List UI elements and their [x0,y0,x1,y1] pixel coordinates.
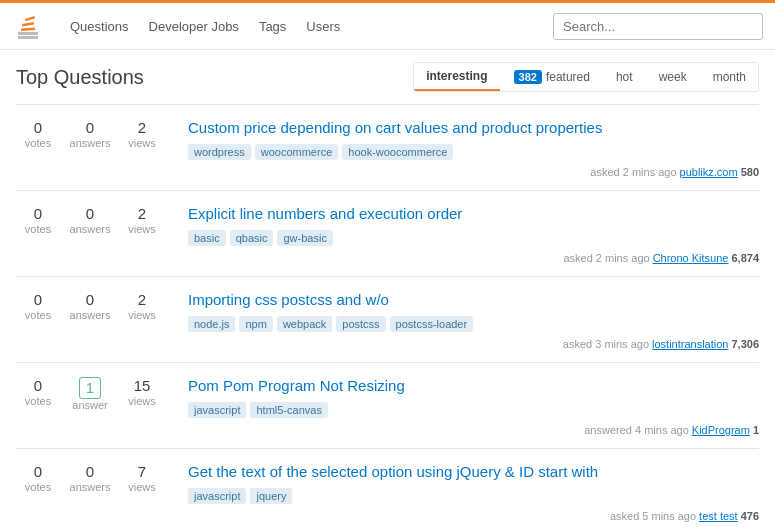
table-row: 0votes0answers2viewsExplicit line number… [16,191,759,277]
tag[interactable]: javascript [188,402,246,418]
questions-list: 0votes0answers2viewsCustom price dependi… [16,105,759,527]
nav-item-tags[interactable]: Tags [249,13,296,40]
question-title[interactable]: Importing css postcss and w/o [188,289,759,310]
question-content: Importing css postcss and w/onode.jsnpmw… [188,289,759,350]
nav-item-users[interactable]: Users [296,13,350,40]
table-row: 0votes0answers7viewsGet the text of the … [16,449,759,527]
tag[interactable]: woocommerce [255,144,339,160]
user-reputation: 476 [741,510,759,522]
vote-count: 0votes [16,119,60,149]
question-tags: javascripthtml5-canvas [188,402,759,418]
tag[interactable]: html5-canvas [250,402,327,418]
question-tags: basicqbasicgw-basic [188,230,759,246]
nav-item-dev-jobs[interactable]: Developer Jobs [139,13,249,40]
tag[interactable]: jquery [250,488,292,504]
user-link[interactable]: KidProgram [692,424,750,436]
question-content: Custom price depending on cart values an… [188,117,759,178]
question-stats: 0votes0answers2views [16,119,176,149]
question-tags: javascriptjquery [188,488,759,504]
question-meta: asked 2 mins ago publikz.com 580 [188,166,759,178]
question-stats: 0votes0answers7views [16,463,176,493]
table-row: 0votes1answer15viewsPom Pom Program Not … [16,363,759,449]
view-count: 15views [120,377,164,407]
nav-item-questions[interactable]: Questions [60,13,139,40]
question-meta: asked 3 mins ago lostintranslation 7,306 [188,338,759,350]
tag[interactable]: hook-woocommerce [342,144,453,160]
question-meta: asked 5 mins ago test test 476 [188,510,759,522]
tag[interactable]: npm [239,316,272,332]
svg-rect-2 [21,27,35,31]
question-stats: 0votes1answer15views [16,377,176,411]
question-tags: node.jsnpmwebpackpostcsspostcss-loader [188,316,759,332]
main-nav: Questions Developer Jobs Tags Users [60,13,553,40]
tag[interactable]: wordpress [188,144,251,160]
tag[interactable]: node.js [188,316,235,332]
answer-count: 1answer [68,377,112,411]
vote-count: 0votes [16,377,60,407]
question-content: Pom Pom Program Not Resizingjavascriptht… [188,375,759,436]
search-box [553,13,763,40]
question-title[interactable]: Explicit line numbers and execution orde… [188,203,759,224]
question-tags: wordpresswoocommercehook-woocommerce [188,144,759,160]
question-meta: answered 4 mins ago KidProgram 1 [188,424,759,436]
question-stats: 0votes0answers2views [16,291,176,321]
answer-count: 0answers [68,291,112,321]
view-count: 2views [120,291,164,321]
svg-rect-4 [25,16,35,21]
site-logo[interactable] [12,10,44,42]
user-reputation: 6,874 [731,252,759,264]
user-link[interactable]: publikz.com [680,166,738,178]
vote-count: 0votes [16,463,60,493]
tag[interactable]: qbasic [230,230,274,246]
user-link[interactable]: lostintranslation [652,338,728,350]
tag[interactable]: javascript [188,488,246,504]
question-meta: asked 2 mins ago Chrono Kitsune 6,874 [188,252,759,264]
view-count: 2views [120,205,164,235]
tab-month[interactable]: month [701,64,758,90]
question-tabs: interesting 382 featured hot week month [413,62,759,92]
page-title: Top Questions [16,66,144,89]
view-count: 2views [120,119,164,149]
tag[interactable]: postcss-loader [390,316,474,332]
user-link[interactable]: Chrono Kitsune [653,252,729,264]
featured-badge: 382 [514,70,542,84]
tag[interactable]: postcss [336,316,385,332]
header-row: Top Questions interesting 382 featured h… [16,62,759,92]
answer-count: 0answers [68,463,112,493]
answer-count: 0answers [68,119,112,149]
question-stats: 0votes0answers2views [16,205,176,235]
tag[interactable]: gw-basic [277,230,332,246]
user-reputation: 580 [741,166,759,178]
svg-rect-3 [22,22,34,27]
question-title[interactable]: Pom Pom Program Not Resizing [188,375,759,396]
vote-count: 0votes [16,291,60,321]
user-link[interactable]: test test [699,510,738,522]
svg-rect-1 [18,36,38,39]
question-content: Explicit line numbers and execution orde… [188,203,759,264]
question-content: Get the text of the selected option usin… [188,461,759,522]
view-count: 7views [120,463,164,493]
tab-interesting[interactable]: interesting [414,63,499,91]
tab-week[interactable]: week [647,64,699,90]
table-row: 0votes0answers2viewsCustom price dependi… [16,105,759,191]
vote-count: 0votes [16,205,60,235]
question-title[interactable]: Custom price depending on cart values an… [188,117,759,138]
tag[interactable]: webpack [277,316,332,332]
search-input[interactable] [553,13,763,40]
tag[interactable]: basic [188,230,226,246]
question-title[interactable]: Get the text of the selected option usin… [188,461,759,482]
table-row: 0votes0answers2viewsImporting css postcs… [16,277,759,363]
user-reputation: 1 [753,424,759,436]
answer-count: 0answers [68,205,112,235]
svg-rect-0 [18,32,38,35]
tab-hot[interactable]: hot [604,64,645,90]
user-reputation: 7,306 [731,338,759,350]
topbar: Questions Developer Jobs Tags Users [0,0,775,50]
main-content: Top Questions interesting 382 featured h… [0,50,775,527]
tab-featured[interactable]: 382 featured [502,64,602,90]
